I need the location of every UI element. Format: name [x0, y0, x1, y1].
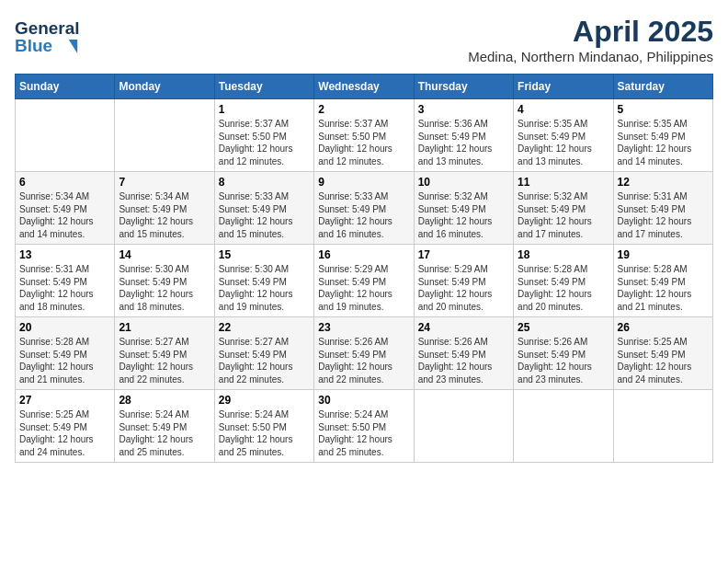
day-number: 2 [318, 103, 409, 116]
calendar-cell: 24Sunrise: 5:26 AM Sunset: 5:49 PM Dayli… [414, 317, 513, 390]
day-info: Sunrise: 5:28 AM Sunset: 5:49 PM Dayligh… [618, 263, 709, 313]
calendar-cell: 5Sunrise: 5:35 AM Sunset: 5:49 PM Daylig… [613, 99, 712, 172]
calendar-cell: 16Sunrise: 5:29 AM Sunset: 5:49 PM Dayli… [314, 245, 414, 317]
day-info: Sunrise: 5:29 AM Sunset: 5:49 PM Dayligh… [318, 263, 409, 313]
calendar-cell: 30Sunrise: 5:24 AM Sunset: 5:50 PM Dayli… [314, 390, 414, 463]
calendar-cell [16, 99, 115, 172]
calendar-cell: 8Sunrise: 5:33 AM Sunset: 5:49 PM Daylig… [214, 172, 313, 245]
day-number: 8 [219, 176, 310, 189]
day-info: Sunrise: 5:32 AM Sunset: 5:49 PM Dayligh… [518, 190, 609, 240]
calendar-cell: 13Sunrise: 5:31 AM Sunset: 5:49 PM Dayli… [16, 245, 115, 317]
calendar-cell [414, 390, 513, 463]
day-info: Sunrise: 5:25 AM Sunset: 5:49 PM Dayligh… [19, 408, 110, 458]
calendar-body: 1Sunrise: 5:37 AM Sunset: 5:50 PM Daylig… [16, 99, 713, 463]
day-header-tuesday: Tuesday [214, 75, 313, 99]
day-number: 10 [418, 176, 509, 189]
day-number: 1 [219, 103, 310, 116]
calendar-cell: 19Sunrise: 5:28 AM Sunset: 5:49 PM Dayli… [613, 245, 712, 317]
calendar-cell: 18Sunrise: 5:28 AM Sunset: 5:49 PM Dayli… [514, 245, 613, 317]
calendar-cell: 20Sunrise: 5:28 AM Sunset: 5:49 PM Dayli… [16, 317, 115, 390]
day-number: 27 [19, 394, 110, 407]
calendar-cell: 23Sunrise: 5:26 AM Sunset: 5:49 PM Dayli… [314, 317, 414, 390]
day-info: Sunrise: 5:26 AM Sunset: 5:49 PM Dayligh… [318, 336, 409, 385]
day-number: 6 [19, 176, 110, 189]
calendar-cell: 10Sunrise: 5:32 AM Sunset: 5:49 PM Dayli… [414, 172, 513, 245]
day-info: Sunrise: 5:34 AM Sunset: 5:49 PM Dayligh… [119, 190, 210, 240]
day-info: Sunrise: 5:29 AM Sunset: 5:49 PM Dayligh… [418, 263, 509, 313]
day-info: Sunrise: 5:32 AM Sunset: 5:49 PM Dayligh… [418, 190, 509, 240]
day-number: 19 [618, 248, 709, 261]
logo-svg: General Blue [15, 15, 97, 61]
day-info: Sunrise: 5:31 AM Sunset: 5:49 PM Dayligh… [618, 190, 709, 240]
day-number: 24 [418, 321, 509, 334]
day-number: 26 [618, 321, 709, 334]
calendar-cell: 2Sunrise: 5:37 AM Sunset: 5:50 PM Daylig… [314, 99, 414, 172]
day-info: Sunrise: 5:27 AM Sunset: 5:49 PM Dayligh… [119, 336, 210, 385]
day-info: Sunrise: 5:36 AM Sunset: 5:49 PM Dayligh… [418, 118, 509, 167]
day-number: 18 [518, 248, 609, 261]
day-info: Sunrise: 5:35 AM Sunset: 5:49 PM Dayligh… [618, 118, 709, 167]
calendar-cell: 6Sunrise: 5:34 AM Sunset: 5:49 PM Daylig… [16, 172, 115, 245]
day-number: 4 [518, 103, 609, 116]
calendar-cell: 27Sunrise: 5:25 AM Sunset: 5:49 PM Dayli… [16, 390, 115, 463]
day-number: 22 [219, 321, 310, 334]
calendar-table: SundayMondayTuesdayWednesdayThursdayFrid… [15, 74, 713, 463]
day-number: 3 [418, 103, 509, 116]
day-number: 9 [318, 176, 409, 189]
svg-text:General: General [15, 18, 80, 38]
day-info: Sunrise: 5:31 AM Sunset: 5:49 PM Dayligh… [19, 263, 110, 313]
day-info: Sunrise: 5:24 AM Sunset: 5:49 PM Dayligh… [119, 408, 210, 458]
calendar-cell [115, 99, 214, 172]
day-number: 25 [518, 321, 609, 334]
day-number: 7 [119, 176, 210, 189]
day-info: Sunrise: 5:33 AM Sunset: 5:49 PM Dayligh… [219, 190, 310, 240]
calendar-cell: 29Sunrise: 5:24 AM Sunset: 5:50 PM Dayli… [214, 390, 313, 463]
day-info: Sunrise: 5:34 AM Sunset: 5:49 PM Dayligh… [19, 190, 110, 240]
day-number: 23 [318, 321, 409, 334]
svg-text:Blue: Blue [15, 36, 52, 55]
day-header-sunday: Sunday [16, 75, 115, 99]
calendar-cell: 9Sunrise: 5:33 AM Sunset: 5:49 PM Daylig… [314, 172, 414, 245]
day-number: 21 [119, 321, 210, 334]
day-number: 5 [618, 103, 709, 116]
day-header-saturday: Saturday [613, 75, 712, 99]
day-number: 16 [318, 248, 409, 261]
day-info: Sunrise: 5:26 AM Sunset: 5:49 PM Dayligh… [418, 336, 509, 385]
day-number: 14 [119, 248, 210, 261]
day-info: Sunrise: 5:35 AM Sunset: 5:49 PM Dayligh… [518, 118, 609, 167]
calendar-cell: 3Sunrise: 5:36 AM Sunset: 5:49 PM Daylig… [414, 99, 513, 172]
page-subtitle: Medina, Northern Mindanao, Philippines [468, 49, 713, 64]
day-info: Sunrise: 5:24 AM Sunset: 5:50 PM Dayligh… [318, 408, 409, 458]
day-info: Sunrise: 5:28 AM Sunset: 5:49 PM Dayligh… [518, 263, 609, 313]
day-number: 15 [219, 248, 310, 261]
calendar-week-5: 27Sunrise: 5:25 AM Sunset: 5:49 PM Dayli… [16, 390, 713, 463]
calendar-cell [613, 390, 712, 463]
day-info: Sunrise: 5:37 AM Sunset: 5:50 PM Dayligh… [219, 118, 310, 167]
title-area: April 2025 Medina, Northern Mindanao, Ph… [468, 15, 713, 64]
calendar-cell: 4Sunrise: 5:35 AM Sunset: 5:49 PM Daylig… [514, 99, 613, 172]
calendar-cell: 14Sunrise: 5:30 AM Sunset: 5:49 PM Dayli… [115, 245, 214, 317]
calendar-cell [514, 390, 613, 463]
day-header-monday: Monday [115, 75, 214, 99]
calendar-cell: 22Sunrise: 5:27 AM Sunset: 5:49 PM Dayli… [214, 317, 313, 390]
calendar-week-1: 1Sunrise: 5:37 AM Sunset: 5:50 PM Daylig… [16, 99, 713, 172]
day-info: Sunrise: 5:24 AM Sunset: 5:50 PM Dayligh… [219, 408, 310, 458]
day-number: 12 [618, 176, 709, 189]
day-info: Sunrise: 5:30 AM Sunset: 5:49 PM Dayligh… [219, 263, 310, 313]
day-info: Sunrise: 5:28 AM Sunset: 5:49 PM Dayligh… [19, 336, 110, 385]
day-info: Sunrise: 5:30 AM Sunset: 5:49 PM Dayligh… [119, 263, 210, 313]
day-info: Sunrise: 5:25 AM Sunset: 5:49 PM Dayligh… [618, 336, 709, 385]
day-number: 30 [318, 394, 409, 407]
day-info: Sunrise: 5:26 AM Sunset: 5:49 PM Dayligh… [518, 336, 609, 385]
day-number: 17 [418, 248, 509, 261]
svg-marker-2 [69, 40, 77, 53]
day-header-thursday: Thursday [414, 75, 513, 99]
calendar-cell: 15Sunrise: 5:30 AM Sunset: 5:49 PM Dayli… [214, 245, 313, 317]
day-info: Sunrise: 5:33 AM Sunset: 5:49 PM Dayligh… [318, 190, 409, 240]
day-number: 28 [119, 394, 210, 407]
calendar-cell: 21Sunrise: 5:27 AM Sunset: 5:49 PM Dayli… [115, 317, 214, 390]
calendar-week-3: 13Sunrise: 5:31 AM Sunset: 5:49 PM Dayli… [16, 245, 713, 317]
day-number: 20 [19, 321, 110, 334]
calendar-cell: 1Sunrise: 5:37 AM Sunset: 5:50 PM Daylig… [214, 99, 313, 172]
calendar-cell: 26Sunrise: 5:25 AM Sunset: 5:49 PM Dayli… [613, 317, 712, 390]
